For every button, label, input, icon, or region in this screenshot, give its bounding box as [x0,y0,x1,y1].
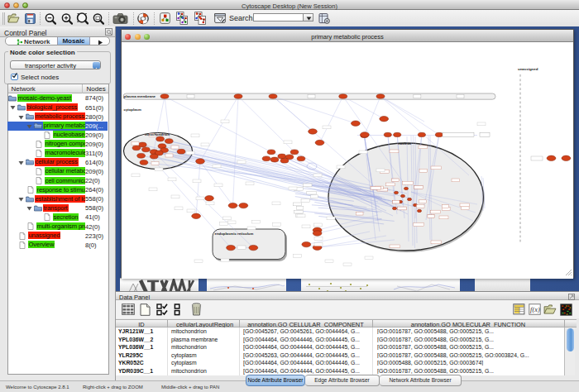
svg-text:mitochondrion: mitochondrion [145,132,170,136]
svg-text:f(x): f(x) [530,306,540,313]
svg-text:cytoplasm: cytoplasm [124,108,141,112]
svg-text:unassigned: unassigned [518,67,538,71]
svg-text:nucleus: nucleus [398,141,412,146]
svg-text:plasma membrane: plasma membrane [124,94,156,98]
svg-text:endoplasmic reticulum: endoplasmic reticulum [215,232,254,236]
